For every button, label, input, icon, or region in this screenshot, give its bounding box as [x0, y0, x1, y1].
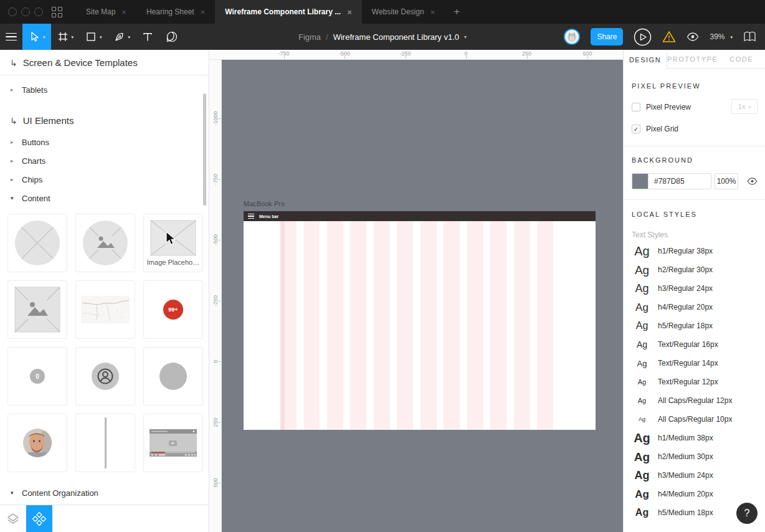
- component-card-badge[interactable]: 99+: [143, 280, 203, 339]
- pixel-preview-row: Pixel Preview 1x ▾: [632, 102, 765, 113]
- present-button[interactable]: [634, 28, 652, 46]
- ruler-tick: [466, 56, 467, 59]
- component-card-avatar-icon[interactable]: [75, 347, 135, 406]
- text-style-row[interactable]: Agh2/Regular 30px: [624, 260, 765, 279]
- file-browser-grid-icon[interactable]: [52, 7, 62, 17]
- component-card-circle[interactable]: [143, 347, 203, 406]
- component-card-map[interactable]: [75, 280, 135, 339]
- frame-tool-button[interactable]: ▾: [51, 24, 80, 50]
- library-button[interactable]: [743, 31, 756, 42]
- pen-tool-button[interactable]: ▾: [108, 24, 136, 50]
- editor-tab[interactable]: Website Design×: [362, 0, 445, 24]
- zoom-chevron-icon: ▾: [730, 35, 733, 39]
- file-title[interactable]: Wireframe Component Library v1.0: [333, 32, 459, 42]
- tool-dropdown-chevron-icon[interactable]: ▾: [72, 35, 74, 39]
- breadcrumb-app[interactable]: Figma: [298, 32, 321, 42]
- shape-tool-button[interactable]: ▾: [79, 24, 108, 50]
- frame-label[interactable]: MacBook Pro: [244, 200, 285, 207]
- text-style-row[interactable]: AgAll Caps/Regular 10px: [624, 410, 765, 429]
- window-zoom-button[interactable]: [34, 7, 43, 16]
- tab-close-icon[interactable]: ×: [121, 7, 126, 17]
- editor-tab[interactable]: Hearing Sheet×: [136, 0, 215, 24]
- tab-close-icon[interactable]: ×: [430, 7, 435, 17]
- component-card-circle-placeholder[interactable]: [7, 214, 67, 272]
- text-style-row[interactable]: Agh4/Regular 20px: [624, 298, 765, 316]
- sidebar-item-label: Tablets: [22, 85, 47, 95]
- sidebar-scrollbar[interactable]: [203, 93, 206, 206]
- sidebar-item-charts[interactable]: ▸ Charts: [0, 151, 209, 170]
- comment-tool-button[interactable]: [159, 24, 184, 50]
- component-card-video-player[interactable]: [143, 414, 203, 472]
- pixel-preview-label: Pixel Preview: [646, 103, 691, 112]
- tab-close-icon[interactable]: ×: [201, 7, 206, 17]
- layout-column-grid-edge: [280, 221, 285, 430]
- move-tool-button[interactable]: ▾: [22, 24, 51, 50]
- tool-dropdown-chevron-icon[interactable]: ▾: [43, 35, 45, 39]
- text-style-row[interactable]: AgText/Regular 12px: [624, 373, 765, 391]
- tool-dropdown-chevron-icon[interactable]: ▾: [128, 35, 131, 39]
- text-style-row[interactable]: Agh2/Medium 30px: [624, 447, 765, 466]
- help-button[interactable]: ?: [736, 503, 758, 524]
- components-panel-button[interactable]: [26, 505, 52, 532]
- new-tab-button[interactable]: +: [445, 6, 468, 18]
- text-tool-button[interactable]: [136, 24, 159, 50]
- counter-0: 0: [30, 369, 45, 384]
- component-card-counter[interactable]: 0: [7, 347, 67, 406]
- window-minimize-button[interactable]: [21, 7, 30, 16]
- tab-close-icon[interactable]: ×: [347, 7, 352, 17]
- sidebar-item-content-organization[interactable]: ▾ Content Organization: [0, 483, 209, 502]
- style-sample: Ag: [632, 245, 652, 257]
- user-avatar[interactable]: [564, 29, 580, 45]
- text-style-row[interactable]: AgText/Regular 16px: [624, 335, 765, 354]
- component-card-square-image-placeholder[interactable]: [7, 280, 67, 339]
- share-button[interactable]: Share: [591, 28, 623, 45]
- text-style-row[interactable]: AgAll Caps/Regular 12px: [624, 391, 765, 410]
- component-card-circle-image-placeholder[interactable]: [75, 214, 135, 272]
- style-name: h4/Regular 20px: [658, 303, 713, 311]
- window-close-button[interactable]: [8, 7, 17, 16]
- text-style-row[interactable]: Agh1/Medium 38px: [624, 429, 765, 447]
- style-sample: Ag: [632, 321, 652, 331]
- layout-column-grid: [280, 221, 554, 430]
- macbook-pro-frame[interactable]: Menu bar: [244, 211, 596, 430]
- style-name: h3/Medium 24px: [658, 471, 713, 480]
- editor-tab[interactable]: Site Map×: [76, 0, 136, 24]
- background-header: BACKGROUND: [624, 146, 765, 164]
- sidebar-item-tablets[interactable]: ▸ Tablets: [0, 80, 209, 99]
- zoom-control[interactable]: 39% ▾: [710, 32, 733, 41]
- text-style-row[interactable]: AgText/Regular 14px: [624, 354, 765, 373]
- inspector-tab-code[interactable]: CODE: [718, 50, 765, 69]
- text-style-row[interactable]: Agh5/Regular 18px: [624, 316, 765, 335]
- main-menu-button[interactable]: [0, 24, 22, 50]
- style-name: h1/Regular 38px: [658, 247, 713, 255]
- style-name: h3/Regular 24px: [658, 284, 713, 293]
- observation-mode-button[interactable]: [687, 32, 699, 41]
- sidebar-item-buttons[interactable]: ▸ Buttons: [0, 133, 209, 151]
- sidebar-item-label: Chips: [22, 175, 42, 184]
- background-visibility-button[interactable]: [747, 178, 758, 185]
- background-hex-input[interactable]: #787D85: [648, 173, 711, 189]
- sidebar-item-label: Content Organization: [22, 488, 98, 498]
- text-style-row[interactable]: Agh4/Medium 20px: [624, 485, 765, 503]
- tool-dropdown-chevron-icon[interactable]: ▾: [100, 35, 102, 39]
- file-menu-chevron-icon[interactable]: ▾: [464, 34, 467, 40]
- inspector-tab-prototype[interactable]: PROTOTYPE: [667, 50, 718, 69]
- warning-button[interactable]: [662, 31, 676, 43]
- component-card-avatar-photo[interactable]: [7, 414, 67, 472]
- background-color-swatch[interactable]: [632, 173, 648, 189]
- layers-panel-button[interactable]: [0, 505, 26, 532]
- editor-tab[interactable]: Wireframe Component Library ...×: [215, 0, 362, 24]
- text-style-row[interactable]: Agh3/Regular 24px: [624, 279, 765, 298]
- component-card-divider[interactable]: [75, 414, 135, 472]
- text-style-row[interactable]: Agh3/Medium 24px: [624, 466, 765, 485]
- pixel-preview-checkbox[interactable]: [632, 103, 640, 112]
- background-opacity-input[interactable]: 100%: [715, 173, 738, 189]
- sidebar-item-chips[interactable]: ▸ Chips: [0, 170, 209, 189]
- pixel-grid-checkbox[interactable]: [632, 125, 640, 133]
- inspector-tab-design[interactable]: DESIGN: [624, 50, 667, 69]
- ruler-tick: [218, 361, 221, 362]
- pixel-preview-scale-select[interactable]: 1x ▾: [731, 99, 758, 114]
- text-style-row[interactable]: Agh1/Regular 38px: [624, 242, 765, 260]
- canvas-viewport[interactable]: -1000-750-500-2500250500 -750-500-250025…: [209, 50, 623, 532]
- sidebar-item-content[interactable]: ▾ Content: [0, 189, 209, 207]
